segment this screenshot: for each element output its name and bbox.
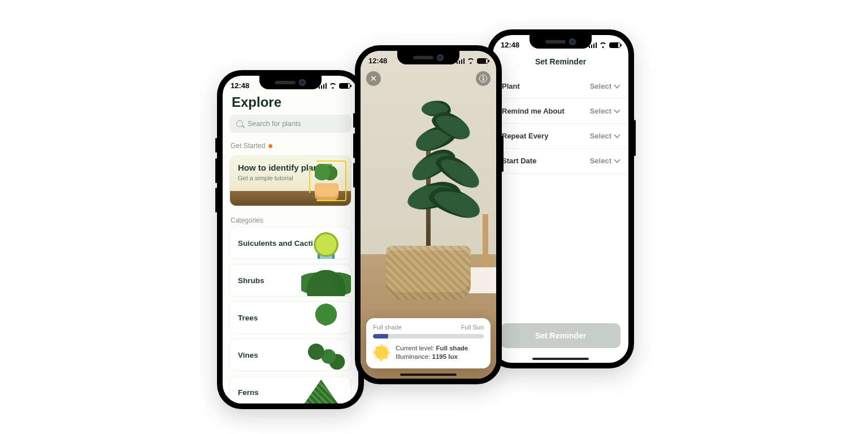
reminder-row-label: Plant xyxy=(502,82,520,90)
reminder-row-repeat[interactable]: Repeat Every Select xyxy=(493,124,628,149)
light-slider[interactable] xyxy=(373,334,484,338)
reminder-header: Set Reminder xyxy=(493,51,628,74)
reminder-row-select[interactable]: Select xyxy=(590,107,619,115)
phone-explore: 12:48 Explore Search for plants Get Star… xyxy=(217,70,364,409)
wifi-icon xyxy=(599,42,607,48)
category-succulents[interactable]: Suiculents and Cacti xyxy=(229,227,351,259)
cactus-icon xyxy=(301,227,351,259)
sun-icon xyxy=(373,344,390,361)
chevron-down-icon xyxy=(614,132,620,138)
shrub-icon xyxy=(301,264,351,296)
reminder-row-select[interactable]: Select xyxy=(590,82,619,90)
current-level-label: Current level: xyxy=(396,345,434,351)
search-input[interactable]: Search for plants xyxy=(229,115,351,133)
device-notch xyxy=(259,76,322,89)
shade-label: Full shade xyxy=(373,324,402,331)
reminder-row-label: Remind me About xyxy=(502,107,565,115)
info-button[interactable] xyxy=(476,71,491,86)
slider-thumb-icon[interactable] xyxy=(380,334,388,338)
illuminance-value: 1195 lux xyxy=(432,353,458,360)
light-meter-card: Full shade Full Sun Current level: Full … xyxy=(366,318,491,368)
section-categories: Categories xyxy=(223,214,358,227)
reminder-row-select[interactable]: Select xyxy=(590,157,619,165)
set-reminder-button[interactable]: Set Reminder xyxy=(501,323,620,348)
fern-icon xyxy=(301,376,351,403)
home-indicator xyxy=(532,358,589,360)
wifi-icon xyxy=(329,83,337,89)
search-icon xyxy=(236,120,243,127)
close-button[interactable]: ✕ xyxy=(366,71,381,86)
illuminance-label: Illuminance: xyxy=(396,353,432,360)
reminder-row-select[interactable]: Select xyxy=(590,132,619,140)
battery-icon xyxy=(609,42,620,48)
tree-icon xyxy=(301,302,351,333)
chevron-down-icon xyxy=(614,82,620,88)
battery-icon xyxy=(477,58,488,64)
page-title: Explore xyxy=(223,92,358,115)
section-get-started: Get Started xyxy=(223,140,358,152)
battery-icon xyxy=(339,83,350,89)
phone-reminder: 12:48 Set Reminder Plant Select Remind m… xyxy=(487,29,634,368)
notification-dot-icon xyxy=(268,144,272,148)
category-label: Ferns xyxy=(238,388,259,397)
chevron-down-icon xyxy=(614,157,620,163)
reminder-row-label: Start Date xyxy=(502,157,536,165)
wifi-icon xyxy=(467,58,475,64)
chevron-down-icon xyxy=(614,107,620,113)
status-time: 12:48 xyxy=(231,81,249,90)
reminder-row-label: Repeat Every xyxy=(502,132,548,140)
search-placeholder: Search for plants xyxy=(248,120,301,128)
home-indicator xyxy=(400,374,457,376)
sun-label: Full Sun xyxy=(461,324,484,331)
phone-light-meter: 12:48 ✕ Full shade Full Sun xyxy=(355,45,502,384)
category-label: Shrubs xyxy=(238,276,264,285)
category-trees[interactable]: Trees xyxy=(229,301,351,334)
info-icon xyxy=(479,75,487,83)
device-notch xyxy=(530,35,592,49)
reminder-row-plant[interactable]: Plant Select xyxy=(493,74,628,99)
status-time: 12:48 xyxy=(368,57,387,65)
category-label: Trees xyxy=(238,314,258,322)
category-shrubs[interactable]: Shrubs xyxy=(229,264,351,297)
close-icon: ✕ xyxy=(370,75,377,83)
category-label: Vines xyxy=(238,351,258,359)
device-notch xyxy=(397,51,459,64)
plant-illustration xyxy=(310,164,343,203)
reminder-row-startdate[interactable]: Start Date Select xyxy=(493,149,628,173)
category-ferns[interactable]: Ferns xyxy=(229,376,351,403)
category-vines[interactable]: Vines xyxy=(229,338,351,371)
vine-icon xyxy=(301,339,351,371)
current-level-value: Full shade xyxy=(436,345,468,351)
identify-tutorial-card[interactable]: How to identify plants? Get a simple tut… xyxy=(229,155,351,206)
reminder-row-about[interactable]: Remind me About Select xyxy=(493,99,628,124)
status-time: 12:48 xyxy=(501,41,519,49)
